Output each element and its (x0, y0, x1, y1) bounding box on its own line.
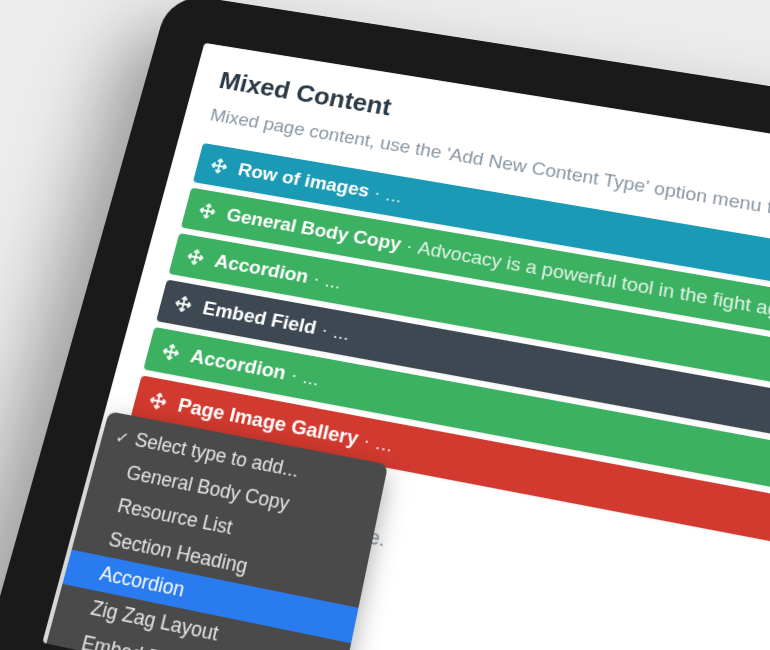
content-row-preview: ... (323, 269, 344, 293)
content-row-label: Embed Field (200, 296, 318, 338)
separator: · (373, 182, 383, 204)
drag-handle-icon[interactable] (148, 391, 168, 411)
content-row-label: Row of images (236, 159, 372, 202)
separator: · (289, 363, 300, 387)
device-frame: Mixed Content Mixed page content, use th… (0, 0, 770, 650)
drag-handle-icon[interactable] (173, 294, 193, 313)
content-row-label: Accordion (213, 250, 311, 288)
drag-handle-icon[interactable] (198, 202, 217, 220)
content-row-preview: ... (374, 430, 395, 456)
separator: · (312, 267, 322, 290)
content-row-label: Accordion (188, 344, 288, 384)
drag-handle-icon[interactable] (210, 157, 229, 174)
app-screen: Mixed Content Mixed page content, use th… (42, 43, 770, 650)
content-row-preview: ... (384, 184, 404, 208)
drag-handle-icon[interactable] (186, 248, 206, 266)
separator: · (362, 428, 372, 452)
separator: · (405, 235, 415, 257)
content-row-preview: ... (301, 365, 322, 391)
check-icon: ✓ (111, 426, 134, 448)
drag-handle-icon[interactable] (161, 342, 181, 361)
content-row-preview: ... (331, 320, 352, 345)
separator: · (320, 318, 330, 341)
